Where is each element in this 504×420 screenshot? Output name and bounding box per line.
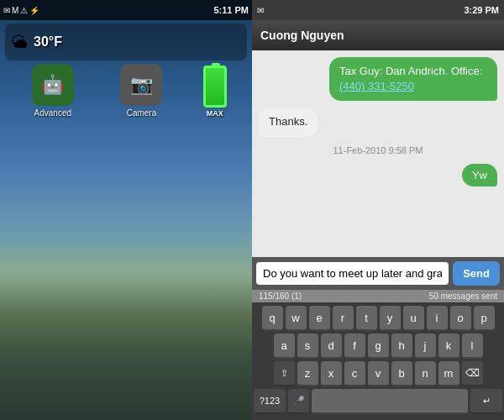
- camera-icon: 📷: [120, 64, 162, 106]
- key-i[interactable]: i: [427, 306, 448, 331]
- messages-sent-count: 50 messages sent: [429, 291, 497, 301]
- weather-widget[interactable]: 🌥 30°F: [5, 24, 247, 60]
- top-app-row: 🤖 Advanced 📷 Camera MAX: [0, 64, 252, 118]
- weather-temp: 30°F: [34, 34, 62, 50]
- numbers-key[interactable]: ?123: [254, 389, 286, 414]
- advanced-icon: 🤖: [32, 64, 74, 106]
- phone-link[interactable]: (440) 331-5250: [339, 80, 414, 92]
- delete-key[interactable]: ⌫: [462, 361, 483, 386]
- key-z[interactable]: z: [297, 361, 318, 386]
- email-status-icon: ✉: [257, 6, 264, 15]
- usb-icon: ⚡: [29, 6, 39, 15]
- status-bar-left: ✉ M ⚠ ⚡ 5:11 PM: [0, 0, 252, 20]
- key-p[interactable]: p: [474, 306, 495, 331]
- message-bubble-3: Yw: [462, 164, 497, 186]
- key-v[interactable]: v: [368, 361, 389, 386]
- message-bubble-2: Thanks.: [259, 108, 318, 136]
- mail-icon: ✉: [3, 6, 10, 15]
- weather-icon: 🌥: [12, 33, 29, 52]
- messages-area[interactable]: Tax Guy: Dan Andrich. Office: (440) 331-…: [252, 50, 504, 257]
- keyboard: q w e r t y u i o p a s d f g h j k l ⇧ …: [252, 302, 504, 420]
- key-e[interactable]: e: [309, 306, 330, 331]
- sms-header: Cuong Nguyen: [252, 20, 504, 50]
- message-input-area: Send: [252, 257, 504, 290]
- enter-key[interactable]: ↵: [470, 389, 502, 414]
- advanced-label: Advanced: [34, 108, 71, 118]
- key-c[interactable]: c: [344, 361, 365, 386]
- keyboard-row-4: ?123 🎤 ↵: [254, 389, 502, 414]
- contact-name: Cuong Nguyen: [260, 29, 344, 42]
- app-icon-advanced[interactable]: 🤖 Advanced: [25, 64, 80, 118]
- key-a[interactable]: a: [274, 333, 295, 359]
- key-g[interactable]: g: [368, 333, 389, 359]
- gmail-notification-icon: M: [12, 6, 18, 15]
- app-icon-camera[interactable]: 📷 Camera: [114, 64, 169, 118]
- key-h[interactable]: h: [391, 333, 412, 359]
- key-q[interactable]: q: [262, 306, 283, 331]
- send-button[interactable]: Send: [453, 261, 500, 286]
- key-o[interactable]: o: [450, 306, 471, 331]
- key-x[interactable]: x: [321, 361, 342, 386]
- key-m[interactable]: m: [438, 361, 459, 386]
- key-f[interactable]: f: [344, 333, 365, 359]
- key-j[interactable]: j: [415, 333, 436, 359]
- battery-widget: MAX: [203, 66, 227, 118]
- keyboard-row-2: a s d f g h j k l: [254, 333, 502, 359]
- status-time-right: 3:29 PM: [464, 5, 499, 15]
- keyboard-row-3: ⇧ z x c v b n m ⌫: [254, 361, 502, 386]
- key-n[interactable]: n: [415, 361, 436, 386]
- key-u[interactable]: u: [403, 306, 424, 331]
- right-status-icons: ✉: [257, 6, 264, 15]
- camera-label: Camera: [127, 108, 157, 118]
- space-key[interactable]: [312, 389, 468, 414]
- message-timestamp: 11-Feb-2010 9:58 PM: [259, 145, 497, 155]
- key-l[interactable]: l: [462, 333, 483, 359]
- key-r[interactable]: r: [333, 306, 354, 331]
- sms-meta-bar: 115/160 (1) 50 messages sent: [252, 290, 504, 302]
- sms-screen: ✉ 3:29 PM Cuong Nguyen Tax Guy: Dan Andr…: [252, 0, 504, 420]
- key-t[interactable]: t: [356, 306, 377, 331]
- status-icons: ✉ M ⚠ ⚡: [3, 6, 39, 15]
- message-text-input[interactable]: [256, 262, 449, 285]
- battery-icon: [203, 66, 227, 108]
- home-screen: ✉ M ⚠ ⚡ 5:11 PM 🌥 30°F 🤖 Advanced 📷 Came…: [0, 0, 252, 420]
- message-bubble-1: Tax Guy: Dan Andrich. Office: (440) 331-…: [329, 57, 497, 101]
- status-time-left: 5:11 PM: [213, 5, 249, 15]
- key-k[interactable]: k: [438, 333, 459, 359]
- key-s[interactable]: s: [297, 333, 318, 359]
- status-bar-right: ✉ 3:29 PM: [252, 0, 504, 20]
- key-d[interactable]: d: [321, 333, 342, 359]
- key-w[interactable]: w: [286, 306, 307, 331]
- keyboard-row-1: q w e r t y u i o p: [254, 306, 502, 331]
- mic-key[interactable]: 🎤: [288, 389, 309, 414]
- warning-icon: ⚠: [20, 6, 28, 15]
- battery-label: MAX: [207, 109, 223, 118]
- key-b[interactable]: b: [391, 361, 412, 386]
- key-y[interactable]: y: [380, 306, 401, 331]
- char-count: 115/160 (1): [259, 291, 302, 301]
- shift-key[interactable]: ⇧: [274, 361, 295, 386]
